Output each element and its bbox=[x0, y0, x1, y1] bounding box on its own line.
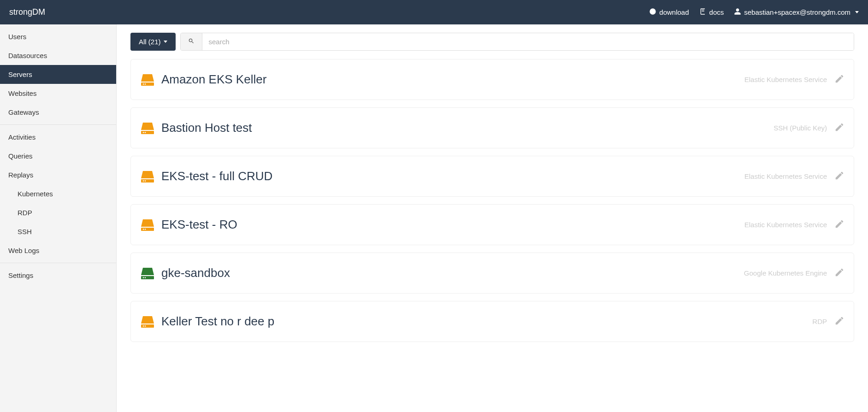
server-type: Elastic Kubernetes Service bbox=[744, 221, 827, 229]
sidebar-item-websites[interactable]: Websites bbox=[0, 84, 116, 103]
svg-point-13 bbox=[143, 277, 144, 278]
sidebar-item-users[interactable]: Users bbox=[0, 27, 116, 46]
edit-icon[interactable] bbox=[834, 219, 844, 231]
header-actions: download docs sebastian+spacex@strongdm.… bbox=[649, 8, 859, 17]
server-card[interactable]: gke-sandboxGoogle Kubernetes Engine bbox=[130, 253, 854, 294]
filter-dropdown[interactable]: All (21) bbox=[130, 33, 176, 51]
svg-point-4 bbox=[143, 132, 144, 133]
svg-point-11 bbox=[145, 229, 146, 230]
chevron-down-icon bbox=[855, 11, 859, 13]
sidebar-subitem-ssh[interactable]: SSH bbox=[0, 222, 116, 241]
sidebar-divider bbox=[0, 263, 116, 263]
server-card-left: Bastion Host test bbox=[140, 121, 252, 135]
sidebar-divider bbox=[0, 124, 116, 125]
server-name: Amazon EKS Keller bbox=[161, 72, 266, 87]
layout: Users Datasources Servers Websites Gatew… bbox=[0, 24, 868, 412]
svg-point-14 bbox=[145, 277, 146, 278]
sidebar-item-datasources[interactable]: Datasources bbox=[0, 46, 116, 65]
server-list: Amazon EKS KellerElastic Kubernetes Serv… bbox=[130, 59, 854, 342]
server-icon bbox=[140, 218, 155, 231]
toolbar: All (21) bbox=[130, 33, 854, 51]
svg-point-8 bbox=[145, 180, 146, 182]
search-input[interactable] bbox=[202, 33, 854, 50]
server-card-right: RDP bbox=[812, 316, 844, 328]
header: strongDM download docs sebastian+spacex@… bbox=[0, 0, 868, 24]
svg-point-16 bbox=[143, 325, 144, 327]
sidebar-item-weblogs[interactable]: Web Logs bbox=[0, 241, 116, 260]
server-name: gke-sandbox bbox=[161, 266, 230, 280]
chevron-down-icon bbox=[164, 41, 167, 43]
download-icon bbox=[649, 8, 656, 17]
filter-label: All (21) bbox=[139, 38, 161, 46]
server-name: Bastion Host test bbox=[161, 121, 252, 135]
server-card-left: EKS-test - RO bbox=[140, 218, 237, 232]
server-name: EKS-test - full CRUD bbox=[161, 169, 272, 183]
download-label: download bbox=[659, 8, 689, 16]
server-card-right: Elastic Kubernetes Service bbox=[744, 74, 844, 86]
search-icon bbox=[188, 38, 195, 46]
docs-label: docs bbox=[709, 8, 724, 16]
sidebar: Users Datasources Servers Websites Gatew… bbox=[0, 24, 117, 412]
edit-icon[interactable] bbox=[834, 171, 844, 182]
user-icon bbox=[734, 8, 741, 17]
server-type: Elastic Kubernetes Service bbox=[744, 172, 827, 180]
server-name: Keller Test no r dee p bbox=[161, 314, 274, 329]
sidebar-item-servers[interactable]: Servers bbox=[0, 65, 116, 84]
server-icon bbox=[140, 267, 155, 280]
user-menu[interactable]: sebastian+spacex@strongdm.com bbox=[734, 8, 859, 17]
server-card[interactable]: EKS-test - full CRUDElastic Kubernetes S… bbox=[130, 156, 854, 197]
book-icon bbox=[699, 8, 707, 17]
sidebar-item-replays[interactable]: Replays bbox=[0, 165, 116, 184]
sidebar-subitem-rdp[interactable]: RDP bbox=[0, 203, 116, 222]
user-email: sebastian+spacex@strongdm.com bbox=[744, 8, 850, 16]
server-icon bbox=[140, 73, 155, 86]
sidebar-item-queries[interactable]: Queries bbox=[0, 147, 116, 165]
server-icon bbox=[140, 122, 155, 135]
svg-point-5 bbox=[145, 132, 146, 133]
server-card-left: Amazon EKS Keller bbox=[140, 72, 266, 87]
main-content: All (21) Amazon EKS KellerElastic Kubern… bbox=[117, 24, 868, 412]
server-icon bbox=[140, 315, 155, 328]
server-card[interactable]: EKS-test - ROElastic Kubernetes Service bbox=[130, 204, 854, 245]
svg-point-2 bbox=[145, 83, 146, 85]
search-button[interactable] bbox=[181, 33, 202, 50]
server-name: EKS-test - RO bbox=[161, 218, 237, 232]
sidebar-item-settings[interactable]: Settings bbox=[0, 266, 116, 285]
server-card-left: gke-sandbox bbox=[140, 266, 230, 280]
svg-point-1 bbox=[143, 83, 144, 85]
server-card-right: Google Kubernetes Engine bbox=[744, 267, 844, 279]
server-type: Elastic Kubernetes Service bbox=[744, 76, 827, 83]
docs-link[interactable]: docs bbox=[699, 8, 724, 17]
server-card[interactable]: Amazon EKS KellerElastic Kubernetes Serv… bbox=[130, 59, 854, 100]
server-card[interactable]: Keller Test no r dee pRDP bbox=[130, 301, 854, 342]
sidebar-item-activities[interactable]: Activities bbox=[0, 128, 116, 147]
download-link[interactable]: download bbox=[649, 8, 689, 17]
svg-point-10 bbox=[143, 229, 144, 230]
server-card-right: Elastic Kubernetes Service bbox=[744, 171, 844, 182]
edit-icon[interactable] bbox=[834, 316, 844, 328]
server-card-left: EKS-test - full CRUD bbox=[140, 169, 272, 183]
svg-point-17 bbox=[145, 325, 146, 327]
brand-logo[interactable]: strongDM bbox=[9, 7, 45, 17]
edit-icon[interactable] bbox=[834, 267, 844, 279]
edit-icon[interactable] bbox=[834, 74, 844, 86]
svg-point-7 bbox=[143, 180, 144, 182]
search-group bbox=[180, 33, 854, 51]
server-card-right: SSH (Public Key) bbox=[774, 122, 844, 134]
sidebar-subitem-kubernetes[interactable]: Kubernetes bbox=[0, 184, 116, 203]
server-card-right: Elastic Kubernetes Service bbox=[744, 219, 844, 231]
edit-icon[interactable] bbox=[834, 122, 844, 134]
server-type: SSH (Public Key) bbox=[774, 124, 827, 132]
sidebar-item-gateways[interactable]: Gateways bbox=[0, 103, 116, 122]
server-icon bbox=[140, 170, 155, 183]
server-type: Google Kubernetes Engine bbox=[744, 269, 827, 277]
server-card[interactable]: Bastion Host testSSH (Public Key) bbox=[130, 107, 854, 148]
server-type: RDP bbox=[812, 318, 827, 325]
server-card-left: Keller Test no r dee p bbox=[140, 314, 274, 329]
